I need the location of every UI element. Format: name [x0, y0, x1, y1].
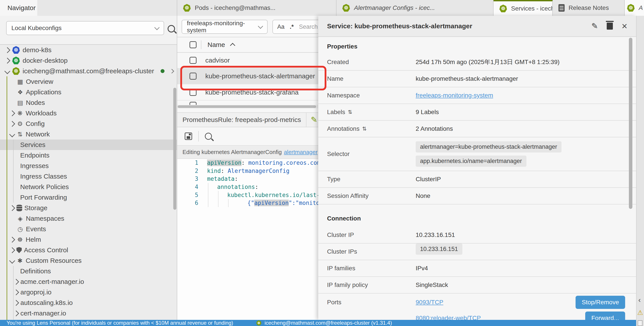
tree-item-label: Config [26, 120, 45, 128]
tree-item-namespaces[interactable]: ◈Namespaces [0, 213, 177, 224]
chevron-right-icon[interactable] [9, 247, 15, 253]
tree-item-events[interactable]: ◷Events [0, 224, 177, 234]
stop-remove-button[interactable]: Stop/Remove [576, 296, 625, 309]
row-checkbox[interactable] [190, 72, 196, 80]
tree-item-endpoints[interactable]: Endpoints [0, 150, 177, 160]
tab-alertmanager-configs[interactable]: Alertmanager Configs - icec... [336, 0, 494, 16]
select-all-checkbox[interactable] [190, 41, 196, 48]
navigator-panel-tab[interactable]: Navigator [0, 0, 37, 16]
search-icon[interactable] [168, 25, 175, 32]
tree-item-ingress-classes[interactable]: Ingress Classes [0, 171, 177, 182]
tree-item-helm[interactable]: ☸Helm [0, 234, 177, 245]
chevron-right-icon[interactable] [9, 205, 15, 211]
horizontal-scrollbar[interactable] [177, 105, 318, 108]
list-search-input[interactable]: Aa .* Search [272, 20, 318, 34]
active-cluster-status[interactable]: icecheng@mathmast.com@freeleaps-cluster … [264, 320, 392, 326]
tree-item-demo-k8s[interactable]: demo-k8s [0, 45, 177, 55]
tree-item-docker-desktop[interactable]: docker-desktop [0, 55, 177, 66]
tree-item-overview[interactable]: ▦Overview [0, 76, 177, 87]
row-checkbox[interactable] [190, 89, 196, 96]
code-line: 5kubectl.kubernetes.io/last-appli [177, 191, 318, 199]
tree-item-workloads[interactable]: ❋Workloads [0, 108, 177, 118]
tree-item-autoscaling-k8s-io[interactable]: autoscaling.k8s.io [0, 298, 177, 308]
tree-item-network[interactable]: ⇅Network [0, 129, 177, 140]
chevron-right-icon[interactable] [4, 58, 10, 64]
tree-item-port-forwarding[interactable]: Port Forwarding [0, 192, 177, 203]
applications-icon: ❖ [17, 89, 24, 96]
warning-icon[interactable] [637, 309, 643, 316]
tree-item-cert-manager-io[interactable]: cert-manager.io [0, 308, 177, 318]
delete-icon[interactable] [607, 22, 613, 30]
tree-item-applications[interactable]: ❖Applications [0, 87, 177, 98]
workloads-icon: ❋ [16, 110, 24, 117]
chevron-right-icon[interactable] [170, 69, 174, 73]
tree-item-storage[interactable]: Storage [0, 203, 177, 213]
tree-item-config[interactable]: ⚙Config [0, 118, 177, 129]
chevron-down-icon[interactable] [9, 132, 15, 137]
name-column-header[interactable]: Name [208, 41, 225, 48]
chevron-right-icon[interactable] [9, 110, 15, 116]
list-controls: freeleaps-monitoring-system Aa .* Search [177, 16, 318, 37]
tree-item-icecheng-mathmast-com-freeleaps-cluster[interactable]: icecheng@mathmast.com@freeleaps-cluster [0, 66, 177, 76]
tree-item-label: Network [26, 130, 50, 138]
search-icon[interactable] [205, 133, 212, 140]
tree-item-custom-resources[interactable]: ✱Custom Resources [0, 255, 177, 266]
chevron-down-icon[interactable] [9, 258, 15, 264]
collapse-panel-icon[interactable] [638, 296, 641, 304]
tab-services[interactable]: Services - icecheng@math... × [494, 0, 553, 16]
edit-icon[interactable] [591, 22, 598, 30]
chevron-down-icon[interactable] [4, 68, 10, 74]
yaml-editor[interactable]: 1apiVersion: monitoring.coreos.com/v12ki… [177, 159, 318, 320]
drawer-scrollbar[interactable] [629, 38, 632, 209]
table-row-kube-prometheus-stack-grafana[interactable]: kube-prometheus-stack-grafana [177, 85, 318, 100]
expand-toggle-icon[interactable] [348, 109, 352, 115]
namespace-link[interactable]: freeleaps-monitoring-system [416, 92, 493, 99]
tree-item-acme-cert-manager-io[interactable]: acme.cert-manager.io [0, 276, 177, 287]
tree-item-network-policies[interactable]: Network Policies [0, 182, 177, 192]
kubeconfig-selector[interactable]: Local Kubeconfigs [6, 21, 164, 35]
rail-widget-icon[interactable] [638, 320, 642, 326]
drawer-body: Properties Created 254d 17h 50m ago (202… [318, 37, 636, 320]
namespace-selector[interactable]: freeleaps-monitoring-system [182, 20, 268, 34]
row-checkbox[interactable] [190, 102, 196, 105]
match-case-toggle[interactable]: Aa [277, 24, 284, 30]
property-value: 2 Annotations [416, 125, 453, 132]
scrollbar-thumb[interactable] [178, 105, 316, 108]
alertmanager-config-link[interactable]: alertmanager [284, 149, 318, 156]
tab-release-notes[interactable]: Release Notes [553, 0, 625, 16]
tree-item-access-control[interactable]: Access Control [0, 245, 177, 255]
tree-item-nodes[interactable]: ▤Nodes [0, 98, 177, 108]
tab-pods[interactable]: Pods - icecheng@mathmas... [177, 0, 336, 16]
sidebar-scrollbar[interactable] [173, 88, 176, 210]
edit-icon[interactable] [311, 116, 318, 124]
service-details-drawer: Service: kube-prometheus-stack-alertmana… [318, 16, 636, 320]
property-row-ports: Ports 9093/TCP Stop/Remove 8080:reloader… [318, 294, 636, 320]
chevron-right-icon[interactable] [13, 279, 19, 285]
table-row-clipped[interactable] [177, 101, 318, 105]
table-row-kube-prometheus-stack-alertmanager[interactable]: kube-prometheus-stack-alertmanager [177, 68, 318, 84]
chevron-right-icon[interactable] [13, 289, 19, 295]
row-checkbox[interactable] [190, 57, 196, 64]
sort-ascending-icon[interactable] [230, 43, 235, 48]
regex-toggle[interactable]: .* [290, 24, 294, 30]
chevron-right-icon[interactable] [13, 300, 19, 306]
chevron-right-icon[interactable] [9, 237, 15, 243]
property-row-namespace: Namespace freeleaps-monitoring-system [318, 87, 636, 104]
tree-item-ingresses[interactable]: Ingresses [0, 160, 177, 171]
tree-item-definitions[interactable]: Definitions [0, 266, 177, 276]
table-row-cadvisor[interactable]: cadvisor [177, 53, 318, 68]
tree-item-argoproj-io[interactable]: argoproj.io [0, 287, 177, 298]
port-link-8080-reloader-web[interactable]: 8080:reloader-web/TCP [416, 314, 481, 320]
expand-toggle-icon[interactable] [362, 126, 366, 132]
property-label: Namespace [327, 92, 416, 99]
chevron-right-icon[interactable] [9, 121, 15, 127]
property-row-session-affinity: Session Affinity None [318, 188, 636, 204]
tree-item-services[interactable]: Services [0, 140, 177, 150]
save-icon[interactable] [185, 132, 192, 140]
forward-button[interactable]: Forward... [585, 312, 625, 320]
tab-partial[interactable]: A [625, 0, 644, 16]
chevron-right-icon[interactable] [13, 310, 19, 316]
chevron-right-icon[interactable] [4, 47, 10, 53]
port-link-9093[interactable]: 9093/TCP [416, 299, 443, 306]
close-icon[interactable]: × [622, 21, 627, 31]
